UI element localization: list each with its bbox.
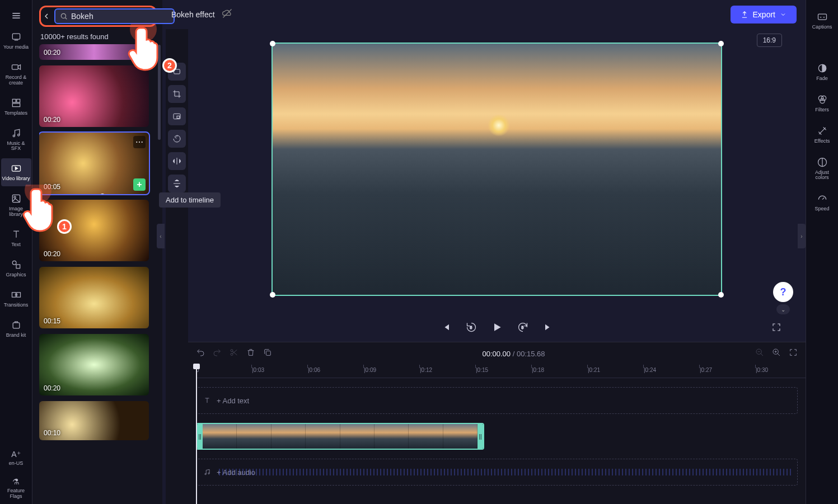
top-bar: Bokeh effect Export bbox=[162, 0, 806, 29]
label: Brand kit bbox=[6, 333, 26, 338]
sidebar-item-record-create[interactable]: Record & create bbox=[1, 57, 31, 91]
redo-button[interactable] bbox=[213, 348, 222, 359]
skip-forward-button[interactable] bbox=[542, 321, 555, 334]
flask-icon: ⚗ bbox=[12, 478, 20, 486]
timeline-panel: 00:00.00 / 00:15.68 0 |0:03 bbox=[188, 342, 806, 504]
duration-label: 00:10 bbox=[44, 429, 60, 437]
sidebar-item-music-sfx[interactable]: Music & SFX bbox=[1, 123, 31, 157]
rotate-tool[interactable] bbox=[168, 130, 186, 148]
locale-button[interactable]: A⁺ en-US bbox=[1, 446, 31, 471]
resize-handle[interactable] bbox=[270, 292, 275, 298]
right-item-effects[interactable]: Effects bbox=[807, 121, 837, 149]
resize-handle[interactable] bbox=[718, 41, 724, 46]
timecode-display: 00:00.00 / 00:15.68 bbox=[482, 350, 545, 358]
timeline-ruler[interactable]: 0 |0:03 |0:06 |0:09 |0:12 |0:15 |0:18 |0… bbox=[196, 365, 806, 378]
sidebar-item-image-library[interactable]: Image library bbox=[1, 189, 31, 222]
svg-rect-32 bbox=[266, 351, 270, 355]
search-input-wrapper[interactable] bbox=[54, 8, 175, 24]
hamburger-menu[interactable] bbox=[1, 7, 31, 25]
audio-track[interactable]: + Add audio bbox=[196, 459, 798, 486]
skip-back-button[interactable] bbox=[439, 321, 452, 334]
clip-trim-left[interactable]: || bbox=[197, 424, 203, 449]
delete-button[interactable] bbox=[246, 348, 255, 359]
resize-handle[interactable] bbox=[718, 292, 724, 298]
video-track[interactable]: || || bbox=[196, 423, 798, 450]
forward-button[interactable]: 5 bbox=[516, 321, 530, 334]
video-thumb[interactable]: 00:05 ⋯ + bbox=[39, 133, 149, 194]
svg-marker-11 bbox=[15, 167, 17, 170]
label: Filters bbox=[815, 107, 829, 113]
results-scrollbar[interactable] bbox=[158, 45, 161, 140]
sidebar-item-graphics[interactable]: Graphics bbox=[1, 255, 31, 282]
play-button[interactable] bbox=[490, 321, 504, 334]
svg-point-41 bbox=[208, 473, 209, 474]
video-thumb[interactable]: 00:20 bbox=[39, 200, 149, 261]
right-item-speed[interactable]: Speed bbox=[807, 189, 837, 216]
collapse-right-panel-button[interactable]: › bbox=[798, 224, 806, 248]
sidebar-item-brand-kit[interactable]: Brand kit bbox=[1, 315, 31, 343]
video-clip[interactable]: || || bbox=[196, 423, 484, 450]
video-thumb[interactable]: 00:10 bbox=[39, 401, 149, 440]
waveform-placeholder bbox=[219, 469, 792, 475]
crop-tool[interactable] bbox=[168, 85, 186, 103]
add-to-timeline-button[interactable]: + bbox=[133, 178, 146, 191]
globe-icon: A⁺ bbox=[11, 450, 20, 459]
preview-canvas-wrap bbox=[188, 29, 806, 315]
playhead[interactable] bbox=[196, 365, 197, 504]
right-item-fade[interactable]: Fade bbox=[807, 58, 837, 86]
add-text-label: + Add text bbox=[217, 397, 249, 405]
svg-rect-24 bbox=[174, 69, 180, 74]
svg-marker-28 bbox=[494, 323, 501, 331]
flip-horizontal-tool[interactable] bbox=[168, 152, 186, 170]
ruler-tick: |0:30 bbox=[756, 367, 768, 373]
more-options-button[interactable]: ⋯ bbox=[133, 136, 146, 148]
main-area: Bokeh effect Export 16:9 bbox=[162, 0, 806, 504]
sidebar-item-text[interactable]: Text bbox=[1, 224, 31, 252]
sidebar-item-templates[interactable]: Templates bbox=[1, 93, 31, 121]
fit-tool[interactable] bbox=[168, 63, 186, 81]
label: Record & create bbox=[2, 75, 30, 86]
feature-flags-button[interactable]: ⚗ Feature Flags bbox=[1, 473, 31, 504]
pip-tool[interactable] bbox=[168, 107, 186, 125]
sidebar-item-video-library[interactable]: Video library bbox=[1, 158, 31, 186]
right-item-filters[interactable]: Filters bbox=[807, 90, 837, 117]
project-title[interactable]: Bokeh effect bbox=[171, 10, 215, 19]
help-expand-button[interactable]: ⌄ bbox=[776, 304, 790, 314]
ruler-tick: |0:09 bbox=[364, 367, 376, 373]
sidebar-item-transitions[interactable]: Transitions bbox=[1, 285, 31, 313]
video-library-panel: 10000+ results found 00:20 00:20 00:05 ⋯… bbox=[32, 0, 162, 504]
video-thumb[interactable]: 00:20 bbox=[39, 334, 149, 395]
search-input[interactable] bbox=[71, 12, 169, 21]
cloud-sync-icon[interactable] bbox=[222, 8, 233, 21]
preview-canvas[interactable] bbox=[271, 43, 722, 296]
zoom-out-button[interactable] bbox=[755, 348, 764, 359]
back-button[interactable] bbox=[42, 8, 51, 24]
text-track[interactable]: + Add text bbox=[196, 387, 798, 414]
help-button[interactable]: ? bbox=[773, 282, 793, 302]
flip-vertical-tool[interactable] bbox=[168, 175, 186, 192]
undo-button[interactable] bbox=[196, 348, 205, 359]
split-button[interactable] bbox=[230, 348, 238, 359]
rewind-button[interactable]: 5 bbox=[465, 321, 478, 334]
fullscreen-button[interactable] bbox=[770, 321, 783, 334]
video-thumb[interactable]: 00:20 bbox=[39, 65, 149, 127]
label: Templates bbox=[4, 111, 27, 116]
svg-rect-3 bbox=[12, 34, 20, 39]
resize-handle[interactable] bbox=[270, 41, 275, 46]
zoom-in-button[interactable] bbox=[772, 348, 781, 359]
svg-point-9 bbox=[17, 134, 19, 135]
svg-point-46 bbox=[820, 98, 824, 103]
label: Image library bbox=[2, 206, 30, 218]
clip-trim-right[interactable]: || bbox=[477, 424, 483, 449]
right-item-adjust-colors[interactable]: Adjust colors bbox=[807, 152, 837, 186]
ruler-tick: |0:03 bbox=[252, 367, 264, 373]
duration-label: 00:20 bbox=[44, 384, 60, 392]
sidebar-item-your-media[interactable]: Your media bbox=[1, 27, 31, 55]
video-thumb[interactable]: 00:15 bbox=[39, 267, 149, 328]
svg-rect-7 bbox=[12, 103, 20, 107]
duplicate-button[interactable] bbox=[263, 348, 272, 359]
export-button[interactable]: Export bbox=[731, 6, 797, 23]
right-item-captions[interactable]: Captions bbox=[807, 7, 837, 35]
video-thumb[interactable]: 00:20 bbox=[39, 44, 149, 60]
zoom-fit-button[interactable] bbox=[789, 348, 798, 359]
